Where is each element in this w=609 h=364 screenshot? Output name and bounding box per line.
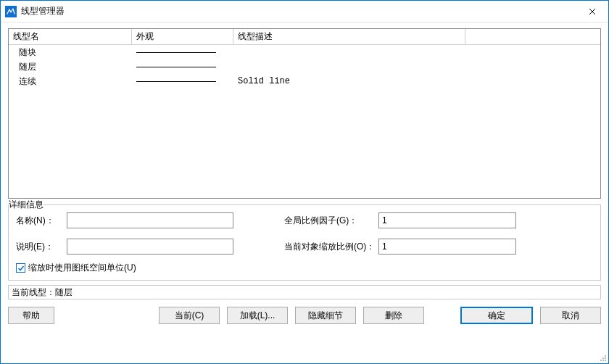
line-preview-icon	[136, 52, 216, 53]
linetype-list[interactable]: 线型名 外观 线型描述 随块 随层 连续	[8, 28, 601, 199]
svg-point-2	[605, 357, 606, 359]
column-header-appearance[interactable]: 外观	[132, 29, 233, 45]
row-appearance	[132, 74, 233, 88]
svg-point-4	[602, 357, 604, 359]
name-label: 名称(N)：	[16, 215, 67, 227]
row-name: 随块	[9, 45, 132, 59]
description-label: 说明(E)：	[16, 241, 67, 253]
line-preview-icon	[136, 81, 216, 82]
row-name: 随层	[9, 59, 132, 74]
row-description	[233, 45, 465, 59]
resize-grip-icon[interactable]	[598, 353, 607, 362]
svg-point-5	[605, 355, 606, 357]
help-button[interactable]: 帮助	[8, 307, 54, 324]
details-legend: 详细信息	[9, 199, 44, 211]
hide-details-button[interactable]: 隐藏细节	[295, 307, 356, 324]
line-preview-icon	[136, 67, 216, 67]
paperspace-checkbox[interactable]	[16, 263, 25, 273]
paperspace-label: 缩放时使用图纸空间单位(U)	[28, 262, 136, 274]
table-row[interactable]: 随块	[9, 45, 600, 59]
cancel-button[interactable]: 取消	[540, 307, 601, 324]
window: 线型管理器 线型名 外观 线型描述 随块 随层	[0, 0, 609, 364]
status-value: 随层	[55, 286, 72, 299]
row-description: Solid line	[233, 74, 465, 88]
table-row[interactable]: 连续 Solid line	[9, 74, 600, 88]
current-scale-label: 当前对象缩放比例(O)：	[284, 241, 378, 253]
delete-button[interactable]: 删除	[363, 307, 424, 324]
details-fieldset: 详细信息 名称(N)： 全局比例因子(G)： 说明(E)： 当前对象缩放比例(O…	[8, 204, 601, 281]
app-icon	[5, 6, 17, 17]
row-description	[233, 59, 465, 74]
current-scale-field[interactable]	[378, 239, 516, 255]
row-appearance	[132, 59, 233, 74]
description-field[interactable]	[67, 239, 233, 255]
svg-point-3	[600, 360, 602, 361]
ok-button[interactable]: 确定	[460, 307, 533, 324]
window-title: 线型管理器	[21, 5, 65, 17]
table-row[interactable]: 随层	[9, 59, 600, 74]
svg-point-1	[602, 360, 604, 361]
content-area: 线型名 外观 线型描述 随块 随层 连续	[1, 22, 608, 363]
name-field[interactable]	[67, 212, 233, 228]
close-button[interactable]	[576, 1, 608, 22]
global-scale-field[interactable]	[378, 212, 516, 228]
row-appearance	[132, 45, 233, 59]
current-button[interactable]: 当前(C)	[159, 307, 220, 324]
column-header-description[interactable]: 线型描述	[233, 29, 465, 45]
column-header-name[interactable]: 线型名	[9, 29, 132, 45]
list-body: 随块 随层 连续 Solid line	[9, 45, 600, 88]
titlebar: 线型管理器	[1, 1, 608, 22]
current-linetype-status: 当前线型： 随层	[8, 285, 601, 299]
column-header-empty	[465, 29, 600, 45]
status-label: 当前线型：	[12, 286, 55, 299]
list-header: 线型名 外观 线型描述	[9, 29, 600, 45]
button-row: 帮助 当前(C) 加载(L)... 隐藏细节 删除 确定 取消	[8, 307, 601, 324]
row-name: 连续	[9, 74, 132, 88]
svg-point-0	[605, 360, 606, 361]
global-scale-label: 全局比例因子(G)：	[284, 215, 378, 227]
load-button[interactable]: 加载(L)...	[227, 307, 288, 324]
